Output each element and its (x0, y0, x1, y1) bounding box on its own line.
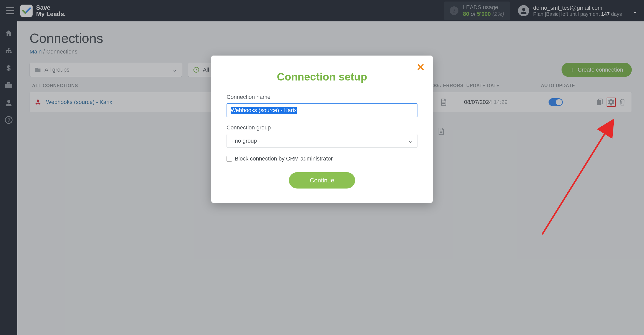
continue-button[interactable]: Continue (289, 172, 355, 189)
close-icon: ✕ (416, 62, 425, 73)
connection-name-label: Connection name (227, 94, 417, 100)
connection-group-label: Connection group (227, 124, 417, 131)
connection-name-input[interactable] (227, 103, 417, 117)
close-button[interactable]: ✕ (416, 62, 425, 72)
connection-group-select[interactable]: - no group - ⌄ (227, 134, 417, 148)
continue-label: Continue (310, 177, 334, 184)
block-connection-label: Block connection by CRM administrator (235, 155, 333, 162)
modal-title: Connection setup (227, 71, 417, 83)
connection-setup-modal: ✕ Connection setup Connection name Conne… (211, 56, 433, 203)
connection-group-value: - no group - (231, 138, 260, 144)
block-connection-checkbox[interactable] (227, 156, 232, 162)
chevron-down-icon: ⌄ (408, 138, 413, 144)
